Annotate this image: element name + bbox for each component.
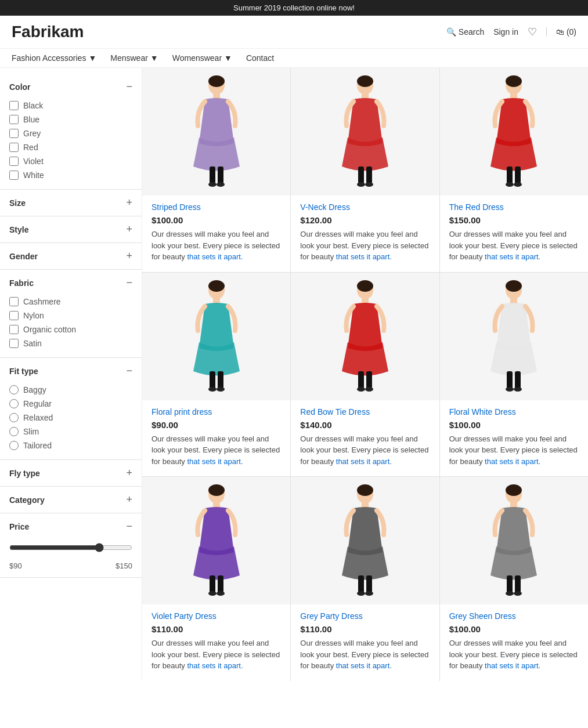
product-name[interactable]: Floral White Dress: [449, 407, 579, 416]
product-price: $150.00: [449, 215, 579, 225]
color-violet[interactable]: Violet: [9, 154, 132, 168]
fabric-nylon[interactable]: Nylon: [9, 309, 132, 323]
product-desc-link[interactable]: that sets it apart.: [187, 661, 243, 670]
product-desc-link[interactable]: that sets it apart.: [336, 457, 392, 466]
color-white[interactable]: White: [9, 168, 132, 182]
fabric-cashmere-checkbox[interactable]: [9, 297, 19, 306]
color-black[interactable]: Black: [9, 99, 132, 113]
svg-point-33: [357, 387, 365, 392]
size-filter-toggle: +: [126, 197, 132, 209]
color-red-checkbox[interactable]: [9, 143, 19, 152]
fit-tailored[interactable]: Tailored: [9, 439, 132, 452]
style-filter-header[interactable]: Style +: [9, 223, 132, 236]
svg-rect-45: [210, 575, 215, 593]
fit-relaxed-radio[interactable]: [9, 413, 19, 422]
svg-point-19: [506, 182, 514, 187]
product-desc-link[interactable]: that sets it apart.: [336, 252, 392, 261]
nav-womenswear[interactable]: Womenswear ▼: [172, 53, 232, 63]
cart-button[interactable]: 🛍 (0): [546, 27, 576, 37]
fabric-cashmere[interactable]: Cashmere: [9, 295, 132, 309]
nav-contact[interactable]: Contact: [246, 53, 274, 63]
product-name[interactable]: The Red Dress: [449, 202, 579, 212]
product-price: $110.00: [151, 624, 281, 634]
fabric-satin[interactable]: Satin: [9, 336, 132, 350]
category-filter-header[interactable]: Category +: [9, 494, 132, 506]
fit-slim-radio[interactable]: [9, 427, 19, 436]
header-actions: 🔍 Search Sign in ♡ 🛍 (0): [446, 26, 576, 38]
color-filter-header[interactable]: Color −: [9, 81, 132, 93]
fit-regular[interactable]: Regular: [9, 397, 132, 411]
product-description: Our dresses will make you feel and look …: [300, 638, 430, 672]
product-desc-link[interactable]: that sets it apart.: [485, 457, 540, 466]
color-filter-label: Color: [9, 82, 31, 92]
fabric-filter-toggle: −: [126, 277, 132, 289]
color-red[interactable]: Red: [9, 140, 132, 154]
fit-baggy-radio[interactable]: [9, 385, 19, 394]
product-image-area: [440, 68, 588, 195]
style-filter-label: Style: [9, 225, 28, 234]
product-desc-link[interactable]: that sets it apart.: [485, 252, 540, 261]
product-image-area: [142, 273, 290, 400]
color-blue[interactable]: Blue: [9, 113, 132, 126]
svg-point-57: [506, 484, 522, 496]
color-blue-checkbox[interactable]: [9, 115, 19, 124]
fit-baggy[interactable]: Baggy: [9, 383, 132, 397]
product-figure: [291, 273, 439, 400]
fly-type-filter-header[interactable]: Fly type +: [9, 467, 132, 479]
fit-regular-label: Regular: [23, 399, 52, 408]
product-figure: [142, 68, 290, 195]
wishlist-button[interactable]: ♡: [528, 26, 537, 38]
nav-fashion-accessories[interactable]: Fashion Accessories ▼: [12, 53, 96, 63]
size-filter-label: Size: [9, 198, 26, 208]
product-desc-link[interactable]: that sets it apart.: [485, 661, 540, 670]
color-black-checkbox[interactable]: [9, 101, 19, 110]
fabric-satin-checkbox[interactable]: [9, 339, 19, 348]
color-grey[interactable]: Grey: [9, 126, 132, 140]
product-name[interactable]: Red Bow Tie Dress: [300, 407, 430, 416]
product-card: Floral print dress$90.00Our dresses will…: [142, 273, 290, 477]
size-filter-header[interactable]: Size +: [9, 197, 132, 209]
svg-point-41: [514, 387, 522, 392]
nav-menswear[interactable]: Menswear ▼: [110, 53, 158, 63]
product-image-area: [142, 68, 290, 195]
product-price: $100.00: [449, 624, 579, 634]
fit-tailored-radio[interactable]: [9, 441, 19, 450]
product-desc-link[interactable]: that sets it apart.: [336, 661, 392, 670]
product-image-area: [440, 273, 588, 400]
logo[interactable]: Fabrikam: [12, 23, 446, 41]
price-range-slider[interactable]: [9, 543, 132, 552]
product-name[interactable]: Striped Dress: [151, 202, 281, 212]
svg-rect-31: [358, 371, 364, 389]
product-card: Violet Party Dress$110.00Our dresses wil…: [142, 477, 290, 681]
product-name[interactable]: Floral print dress: [151, 407, 281, 416]
fit-slim[interactable]: Slim: [9, 425, 132, 439]
fit-regular-radio[interactable]: [9, 399, 19, 408]
product-desc-link[interactable]: that sets it apart.: [187, 457, 243, 466]
sign-in-button[interactable]: Sign in: [493, 27, 518, 37]
product-name[interactable]: Violet Party Dress: [151, 611, 281, 621]
fit-relaxed[interactable]: Relaxed: [9, 411, 132, 425]
fit-type-filter-header[interactable]: Fit type −: [9, 365, 132, 377]
product-card: Grey Sheen Dress$100.00Our dresses will …: [440, 477, 588, 681]
product-desc-link[interactable]: that sets it apart.: [187, 252, 243, 261]
fit-slim-label: Slim: [23, 427, 39, 436]
product-name[interactable]: Grey Party Dress: [300, 611, 430, 621]
search-button[interactable]: 🔍 Search: [446, 27, 484, 37]
fabric-organic-cotton-checkbox[interactable]: [9, 325, 19, 334]
product-name[interactable]: Grey Sheen Dress: [449, 611, 579, 621]
cart-count: (0): [567, 27, 576, 37]
fabric-organic-cotton[interactable]: Organic cotton: [9, 323, 132, 336]
color-violet-checkbox[interactable]: [9, 157, 19, 166]
category-filter-toggle: +: [126, 494, 132, 506]
banner-text: Summer 2019 collection online now!: [233, 3, 355, 12]
svg-rect-17: [507, 166, 513, 184]
gender-filter-header[interactable]: Gender +: [9, 250, 132, 262]
product-name[interactable]: V-Neck Dress: [300, 202, 430, 212]
product-info: Floral White Dress$100.00Our dresses wil…: [440, 400, 588, 477]
color-filter: Color − Black Blue Grey Red: [0, 74, 142, 190]
color-white-checkbox[interactable]: [9, 171, 19, 180]
price-filter-header[interactable]: Price −: [9, 520, 132, 533]
fabric-filter-header[interactable]: Fabric −: [9, 277, 132, 289]
color-grey-checkbox[interactable]: [9, 129, 19, 138]
fabric-nylon-checkbox[interactable]: [9, 311, 19, 320]
